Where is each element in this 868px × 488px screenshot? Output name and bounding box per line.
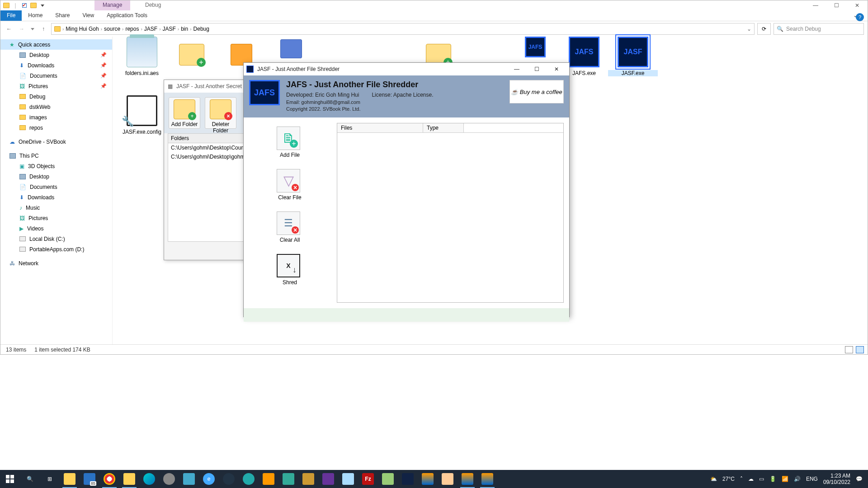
ribbon-expand-icon[interactable]: ⌄ <box>843 10 868 21</box>
jafs-close-button[interactable]: ✕ <box>547 63 566 75</box>
tree-desktop2[interactable]: Desktop <box>0 171 112 182</box>
tray-meet-icon[interactable]: ▭ <box>759 476 764 482</box>
taskbar-app10[interactable] <box>418 470 438 488</box>
tree-dstkweb[interactable]: dstkWeb <box>0 102 112 112</box>
tree-debug[interactable]: Debug <box>0 91 112 102</box>
jafs-minimize-button[interactable]: — <box>507 63 527 75</box>
qat-customize-icon[interactable] <box>38 1 47 9</box>
taskbar-app4[interactable] <box>239 470 259 488</box>
tree-localdisk[interactable]: Local Disk (C:) <box>0 234 112 244</box>
taskbar-app12[interactable] <box>477 470 497 488</box>
qat-properties-icon[interactable]: ✔ <box>20 1 28 9</box>
qat-folder2-icon[interactable] <box>29 1 38 9</box>
explorer-minimize-button[interactable]: — <box>805 0 826 10</box>
tree-portable[interactable]: PortableApps.com (D:) <box>0 244 112 254</box>
tree-downloads[interactable]: ⬇Downloads📌 <box>0 60 112 70</box>
taskbar-app9[interactable] <box>398 470 418 488</box>
jafs-maximize-button[interactable]: ☐ <box>527 63 547 75</box>
clear-all-button[interactable]: ☰ Clear All <box>277 211 303 243</box>
taskbar[interactable]: 🔍 ⊞ 85 e Fz ⛅ 27°C ˄ ☁ ▭ 🔋 📶 🔊 ENG 1:23 … <box>0 470 868 488</box>
tray-clock[interactable]: 1:23 AM 09/10/2022 <box>823 473 850 486</box>
view-icons-button[interactable] <box>856 346 864 353</box>
tree-network[interactable]: 🖧Network <box>0 258 112 268</box>
buy-coffee-button[interactable]: ☕ Buy me a coffee <box>509 80 564 103</box>
start-button[interactable] <box>0 470 20 488</box>
tree-pictures[interactable]: 🖼Pictures📌 <box>0 81 112 91</box>
explorer-close-button[interactable]: ✕ <box>847 0 868 10</box>
col-type[interactable]: Type <box>423 123 464 132</box>
nav-up-button[interactable]: ↑ <box>38 24 48 34</box>
taskbar-app1[interactable] <box>159 470 179 488</box>
tray-battery-icon[interactable]: 🔋 <box>769 476 776 482</box>
tree-images[interactable]: images <box>0 112 112 122</box>
ribbon-tab-home[interactable]: Home <box>22 10 49 21</box>
search-button[interactable]: 🔍 <box>20 470 40 488</box>
breadcrumb-dropdown-icon[interactable]: ⌄ <box>747 26 751 32</box>
help-button[interactable]: ? <box>856 13 864 21</box>
nav-forward-button[interactable]: → <box>17 24 27 34</box>
taskbar-explorer[interactable] <box>60 470 80 488</box>
tree-music[interactable]: ♪Music <box>0 202 112 213</box>
taskbar-app5[interactable] <box>259 470 278 488</box>
weather-temp[interactable]: 27°C <box>722 476 735 482</box>
tree-onedrive[interactable]: ☁OneDrive - SVBook <box>0 136 112 147</box>
taskbar-folder[interactable] <box>119 470 139 488</box>
file-item[interactable]: JAFS <box>510 37 560 60</box>
jafs-titlebar[interactable]: JASF - Just Another File Shredder — ☐ ✕ <box>244 63 569 75</box>
nav-back-button[interactable]: ← <box>4 24 14 34</box>
breadcrumb-seg[interactable]: JASF <box>144 26 157 32</box>
taskbar-paint[interactable] <box>438 470 458 488</box>
breadcrumb-seg[interactable]: Ming Hui Goh <box>66 26 99 32</box>
taskbar-app8[interactable] <box>378 470 398 488</box>
taskbar-ie[interactable]: e <box>199 470 219 488</box>
tray-onedrive-icon[interactable]: ☁ <box>748 476 754 482</box>
taskbar-notepad[interactable] <box>338 470 358 488</box>
taskbar-app6[interactable] <box>278 470 298 488</box>
file-item-selected[interactable]: JASF JASF.exe <box>608 37 658 76</box>
add-folder-button[interactable]: Add Folder <box>169 97 200 129</box>
tree-quick-access[interactable]: ★Quick access <box>0 39 112 50</box>
taskbar-app11[interactable] <box>458 470 477 488</box>
tree-desktop[interactable]: Desktop📌 <box>0 50 112 60</box>
file-item[interactable] <box>167 44 217 68</box>
taskbar-mail[interactable]: 85 <box>80 470 99 488</box>
ribbon-tab-file[interactable]: File <box>0 10 22 21</box>
breadcrumb[interactable]: › Ming Hui Goh› source› repos› JASF› JAS… <box>51 23 755 35</box>
tray-wifi-icon[interactable]: 📶 <box>782 476 788 482</box>
tree-thispc[interactable]: This PC <box>0 150 112 161</box>
jafs-file-list[interactable]: Files Type <box>337 123 564 303</box>
context-tab-manage[interactable]: Manage <box>94 0 130 10</box>
view-details-button[interactable] <box>845 346 853 353</box>
tree-pictures2[interactable]: 🖼Pictures <box>0 213 112 223</box>
taskbar-app7[interactable] <box>298 470 318 488</box>
clear-file-button[interactable]: ▽ Clear File <box>277 169 303 201</box>
breadcrumb-seg[interactable]: source <box>104 26 120 32</box>
tray-volume-icon[interactable]: 🔊 <box>794 476 801 482</box>
nav-recent-button[interactable] <box>29 24 36 34</box>
search-input[interactable]: 🔍 Search Debug <box>774 23 864 35</box>
taskbar-chrome[interactable] <box>99 470 119 488</box>
breadcrumb-seg[interactable]: Debug <box>193 26 209 32</box>
taskbar-app3[interactable] <box>219 470 239 488</box>
breadcrumb-seg[interactable]: bin <box>181 26 188 32</box>
file-item[interactable]: JASF.exe.config <box>117 95 167 135</box>
breadcrumb-seg[interactable]: JASF <box>163 26 176 32</box>
taskbar-edge[interactable] <box>139 470 159 488</box>
tree-repos[interactable]: repos <box>0 122 112 133</box>
jafs-window[interactable]: JASF - Just Another File Shredder — ☐ ✕ … <box>243 62 570 317</box>
ribbon-tab-view[interactable]: View <box>76 10 100 21</box>
add-file-button[interactable]: 🗎 Add File <box>277 127 303 158</box>
breadcrumb-seg[interactable]: repos <box>125 26 139 32</box>
weather-icon[interactable]: ⛅ <box>710 476 717 482</box>
tray-lang[interactable]: ENG <box>806 476 818 482</box>
col-files[interactable]: Files <box>337 123 423 132</box>
nav-tree[interactable]: ★Quick access Desktop📌 ⬇Downloads📌 📄Docu… <box>0 37 113 344</box>
refresh-button[interactable]: ⟳ <box>757 23 771 35</box>
tree-3dobjects[interactable]: ▣3D Objects <box>0 161 112 171</box>
tree-videos[interactable]: ▶Videos <box>0 223 112 234</box>
shred-button[interactable]: X↓ Shred <box>277 254 303 286</box>
taskbar-app2[interactable] <box>179 470 199 488</box>
tray-notifications-icon[interactable]: 💬 <box>856 476 863 482</box>
file-item[interactable] <box>266 39 316 61</box>
qat-folder-icon[interactable] <box>2 1 10 9</box>
